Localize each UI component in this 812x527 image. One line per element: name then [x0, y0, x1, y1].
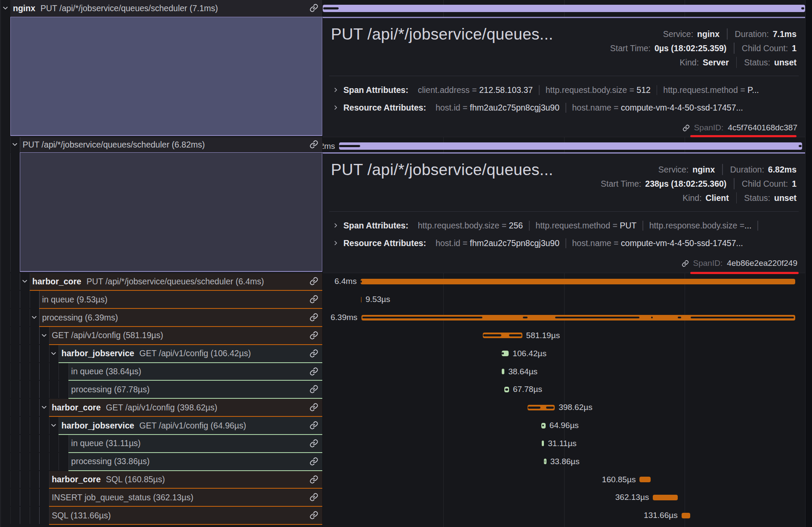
meta-divider [736, 192, 737, 203]
span-row[interactable]: in queue (9.53µs) [0, 291, 323, 309]
span-bar[interactable] [323, 5, 805, 12]
link-icon[interactable] [309, 493, 318, 502]
attr-key: http.request.body.size [546, 85, 627, 95]
span-row[interactable]: processing (67.78µs) [0, 381, 323, 399]
span-bar[interactable] [502, 369, 504, 374]
indent-guide [10, 309, 11, 326]
span-service-name: harbor_core [52, 475, 101, 484]
link-icon[interactable] [309, 475, 318, 484]
indent-guide [49, 363, 49, 380]
link-icon[interactable] [309, 385, 318, 394]
span-row[interactable]: harbor_coreSQL (160.85µs) [0, 471, 323, 489]
span-id-value[interactable]: 4eb86e2ea220f249 [727, 259, 797, 268]
link-icon[interactable] [309, 313, 318, 322]
span-id-value[interactable]: 4c5f7640168dc387 [728, 123, 797, 133]
span-row[interactable]: harbor_jobserviceGET /api/v1/config (64.… [0, 417, 323, 435]
indent-guide [10, 345, 11, 362]
span-row[interactable]: INSERT job_queue_status (362.13µs) [0, 489, 323, 507]
indent-guide [10, 137, 11, 152]
span-row[interactable]: processing (33.86µs) [0, 453, 323, 471]
chevron-right-icon[interactable] [333, 105, 339, 111]
chevron-down-icon[interactable] [2, 5, 9, 11]
link-icon[interactable] [309, 140, 318, 149]
span-duration-label: 31.11µs [548, 438, 577, 449]
link-icon[interactable] [309, 277, 318, 286]
link-icon[interactable] [309, 511, 318, 520]
attr-section-label[interactable]: Resource Attributes: [343, 103, 426, 113]
indent-guide [39, 417, 40, 434]
chevron-right-icon[interactable] [333, 222, 339, 228]
span-row[interactable]: in queue (38.64µs) [0, 363, 323, 381]
resource-attributes-row[interactable]: Resource Attributes:host.id = fhm2au2c75… [333, 237, 799, 249]
span-bar-self-time-tick [528, 407, 540, 409]
span-row[interactable]: harbor_coreGET /api/v1/config (398.62µs) [0, 399, 323, 417]
span-duration-label: 6.4ms [334, 276, 357, 287]
chevron-right-icon[interactable] [333, 87, 339, 93]
span-row[interactable]: PUT /api/*/jobservice/queues/scheduler (… [0, 137, 323, 154]
span-bar[interactable] [542, 441, 544, 446]
link-icon[interactable] [309, 367, 318, 376]
indent-guide [49, 489, 49, 506]
span-attributes-row[interactable]: Span Attributes:http.request.body.size =… [333, 220, 799, 231]
attr-section-label[interactable]: Resource Attributes: [343, 238, 426, 248]
link-icon[interactable] [309, 439, 318, 448]
span-row[interactable]: harbor_corePUT /api/*/jobservice/queues/… [0, 273, 323, 291]
link-icon[interactable] [309, 403, 318, 412]
link-icon[interactable] [309, 331, 318, 340]
chevron-down-icon[interactable] [41, 404, 47, 410]
span-attributes-row[interactable]: Span Attributes:client.address = 212.58.… [333, 84, 799, 96]
indent-guide [49, 327, 49, 344]
span-row[interactable]: nginxPUT /api/*/jobservice/queues/schedu… [0, 0, 323, 18]
chevron-right-icon[interactable] [333, 240, 339, 246]
meta-label: Duration: [735, 29, 769, 39]
indent-guide [10, 363, 11, 380]
link-icon[interactable] [682, 124, 690, 132]
span-row[interactable]: in queue (31.11µs) [0, 435, 323, 453]
chevron-down-icon[interactable] [50, 422, 57, 428]
attr-value: compute-vm-4-4-50-ssd-17457... [621, 103, 743, 113]
indent-guide [68, 363, 69, 380]
meta-label: Start Time: [601, 179, 641, 189]
meta-label: Status: [744, 193, 770, 203]
attr-section-label[interactable]: Span Attributes: [343, 85, 408, 95]
indent-guide [10, 0, 11, 17]
link-icon[interactable] [309, 349, 318, 358]
attr-section-label[interactable]: Span Attributes: [343, 221, 408, 231]
expanded-span-box[interactable] [20, 153, 322, 272]
span-bar[interactable] [544, 459, 546, 464]
link-icon[interactable] [309, 457, 318, 466]
meta-value: 1 [792, 43, 797, 53]
chevron-down-icon[interactable] [22, 278, 28, 284]
span-row[interactable]: processing (6.39ms) [0, 309, 323, 327]
indent-guide [20, 417, 20, 434]
span-id-label: SpanID: [694, 123, 724, 133]
link-icon[interactable] [309, 3, 318, 12]
span-bar[interactable] [361, 279, 795, 284]
span-bar-self-time-tick [339, 145, 360, 147]
span-bar[interactable] [339, 142, 803, 150]
indent-guide [20, 363, 20, 380]
span-bar[interactable] [361, 297, 362, 302]
attr-key: host.name [572, 238, 611, 248]
link-icon[interactable] [309, 295, 318, 304]
span-row[interactable]: harbor_jobserviceGET /api/v1/config (106… [0, 345, 323, 363]
chevron-down-icon[interactable] [12, 141, 18, 148]
span-bar[interactable] [639, 477, 650, 482]
span-row[interactable]: GET /api/v1/config (581.19µs) [0, 327, 323, 345]
indent-guide [20, 137, 20, 152]
indent-guide [30, 399, 30, 416]
chevron-down-icon[interactable] [50, 350, 57, 357]
span-bar[interactable] [682, 513, 691, 518]
span-row[interactable]: SQL (131.66µs) [0, 507, 323, 525]
expanded-span-box[interactable] [10, 17, 323, 136]
link-icon[interactable] [682, 260, 689, 267]
indent-guide [10, 435, 11, 452]
span-bar[interactable] [653, 495, 677, 500]
resource-attributes-row[interactable]: Resource Attributes:host.id = fhm2au2c75… [333, 102, 799, 113]
chevron-down-icon[interactable] [31, 314, 37, 321]
chevron-down-icon[interactable] [41, 332, 47, 339]
span-row-label: PUT /api/*/jobservice/queues/scheduler (… [23, 137, 309, 152]
attr-equals: = [627, 85, 636, 95]
link-icon[interactable] [309, 421, 318, 430]
indent-guide [10, 327, 11, 344]
